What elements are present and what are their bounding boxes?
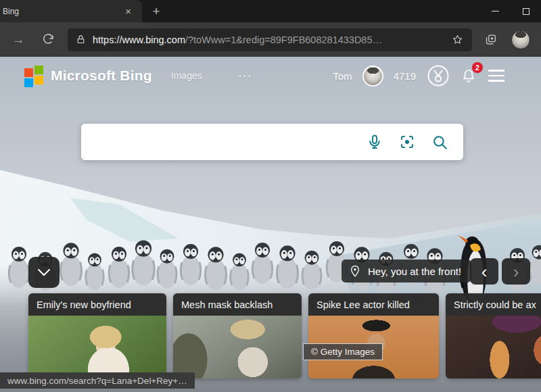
nav-images-link[interactable]: Images (171, 70, 202, 81)
url-text: https://www.bing.com/?toWww=1&redig=89F9… (93, 34, 448, 45)
voice-search-button[interactable] (364, 131, 385, 153)
carousel-next-button[interactable]: › (502, 258, 530, 285)
news-card-title: Emily's new boyfriend (28, 293, 166, 316)
browser-profile-avatar[interactable] (511, 30, 530, 49)
microsoft-logo-icon (24, 66, 43, 87)
maximize-icon (523, 8, 530, 15)
minimize-button[interactable] (480, 0, 511, 22)
rewards-points[interactable]: 4719 (394, 70, 416, 82)
hero-caption-hotspot[interactable]: Hey, you at the front! (342, 260, 471, 283)
notifications-button[interactable]: 2 (461, 68, 477, 84)
hamburger-icon (488, 70, 504, 72)
news-card[interactable]: Emily's new boyfriend (28, 293, 166, 378)
news-card-image (446, 316, 541, 378)
user-name[interactable]: Tom (333, 70, 352, 82)
bing-header: Microsoft Bing Images ··· Tom 4719 2 (24, 64, 506, 88)
tab-strip: Bing × + (0, 0, 541, 22)
refresh-button[interactable] (37, 28, 60, 51)
collections-icon (484, 33, 497, 46)
microphone-icon (367, 134, 383, 150)
forward-button[interactable]: → (7, 28, 30, 51)
favorite-button[interactable] (448, 30, 467, 49)
rewards-button[interactable] (426, 64, 450, 88)
news-card-image (28, 316, 166, 378)
url-host: https://www.bing.com (93, 34, 185, 45)
chevron-down-icon (37, 268, 51, 277)
news-cards-carousel: Emily's new boyfriend Mesh mask backlash… (28, 293, 541, 378)
news-card-title: Strictly could be ax (446, 293, 541, 316)
news-card-title: Spike Lee actor killed (308, 293, 439, 316)
location-pin-icon (350, 265, 360, 278)
hamburger-menu-button[interactable] (487, 67, 506, 84)
ms-square-green (34, 66, 43, 74)
visual-search-icon (399, 134, 415, 150)
search-input[interactable] (95, 124, 353, 160)
tab-title: Bing (3, 7, 121, 16)
bing-homepage: Microsoft Bing Images ··· Tom 4719 2 (0, 57, 541, 392)
visual-search-button[interactable] (396, 131, 418, 153)
search-button[interactable] (429, 131, 451, 153)
ms-square-blue (24, 78, 33, 87)
news-card-image (173, 316, 302, 378)
microsoft-bing-logo[interactable]: Microsoft Bing (24, 66, 152, 87)
news-card[interactable]: Strictly could be ax (446, 293, 541, 378)
brand-wordmark: Microsoft Bing (51, 68, 152, 84)
window-controls (480, 0, 541, 22)
ms-square-red (24, 68, 33, 77)
user-cluster: Tom 4719 2 (333, 64, 506, 88)
collapse-carousel-button[interactable] (28, 257, 60, 288)
browser-toolbar: → https://www.bing.com/?toWww=1&redig=89… (0, 22, 541, 57)
new-tab-button[interactable]: + (147, 3, 165, 20)
search-box (81, 124, 463, 160)
browser-tab[interactable]: Bing × (0, 0, 142, 22)
lock-icon (76, 34, 86, 45)
collections-button[interactable] (479, 28, 502, 51)
maximize-button[interactable] (511, 0, 541, 22)
tab-close-button[interactable]: × (121, 5, 135, 18)
status-bar-link: www.bing.com/search?q=Lana+Del+Rey+… (0, 372, 195, 389)
minimize-icon (492, 11, 499, 11)
news-card[interactable]: Mesh mask backlash (173, 293, 302, 378)
carousel-prev-button[interactable]: ‹ (470, 258, 498, 285)
image-credit-badge: © Getty Images (303, 343, 383, 360)
url-query: /?toWww=1&redig=89F9FB608281433D85… (185, 34, 382, 45)
nav-more-menu[interactable]: ··· (239, 70, 253, 82)
news-card[interactable]: Spike Lee actor killed (308, 293, 439, 378)
news-card-title: Mesh mask backlash (173, 293, 302, 316)
refresh-icon (42, 33, 55, 46)
hero-caption-text: Hey, you at the front! (368, 266, 461, 277)
notification-badge: 2 (472, 62, 483, 73)
search-icon (431, 134, 448, 151)
address-bar[interactable]: https://www.bing.com/?toWww=1&redig=89F9… (68, 28, 472, 51)
ms-square-yellow (34, 76, 43, 84)
rewards-medal-icon (426, 64, 450, 88)
star-icon (452, 34, 463, 45)
user-avatar[interactable] (362, 66, 383, 87)
